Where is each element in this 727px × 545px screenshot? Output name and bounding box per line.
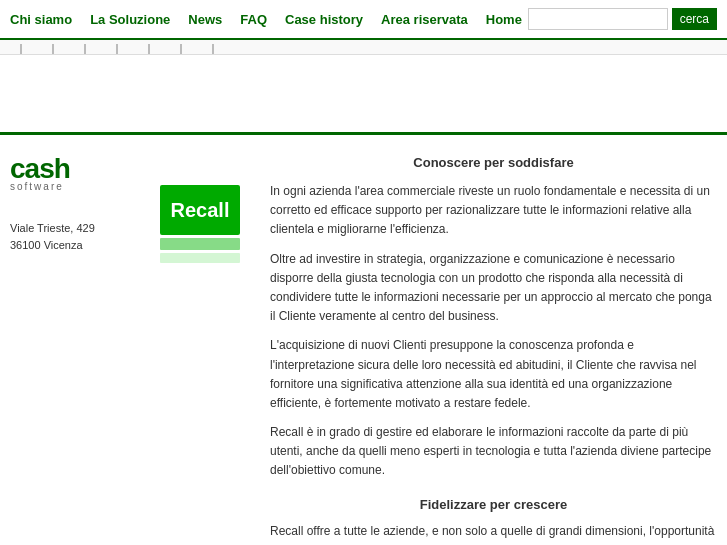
- section1-title: Conoscere per soddisfare: [270, 155, 717, 170]
- nav-case-history[interactable]: Case history: [285, 12, 363, 27]
- nav-area-riservata[interactable]: Area riservata: [381, 12, 468, 27]
- paragraph3: L'acquisizione di nuovi Clienti presuppo…: [270, 336, 717, 413]
- paragraph5: Recall offre a tutte le aziende, e non s…: [270, 522, 717, 545]
- section2-title: Fidelizzare per crescere: [270, 497, 717, 512]
- recall-label: Recall: [160, 185, 240, 235]
- main-content: cash software Viale Trieste, 429 36100 V…: [0, 135, 727, 545]
- tab-decorations: [0, 40, 727, 55]
- nav-home[interactable]: Home: [486, 12, 522, 27]
- top-navigation: Chi siamo La Soluzione News FAQ Case his…: [0, 0, 727, 40]
- paragraph1: In ogni azienda l'area commerciale rives…: [270, 182, 717, 240]
- paragraph2: Oltre ad investire in strategia, organiz…: [270, 250, 717, 327]
- content-area: Conoscere per soddisfare In ogni azienda…: [260, 155, 717, 545]
- recall-product-box: Recall: [160, 185, 240, 263]
- nav-news[interactable]: News: [188, 12, 222, 27]
- logo-area: cash software: [10, 155, 70, 192]
- nav-faq[interactable]: FAQ: [240, 12, 267, 27]
- recall-decoration-1: [160, 238, 240, 250]
- search-area: cerca: [528, 8, 717, 30]
- sidebar: cash software Viale Trieste, 429 36100 V…: [10, 155, 140, 545]
- address: Viale Trieste, 429 36100 Vicenza: [10, 220, 95, 253]
- logo-software: software: [10, 181, 64, 192]
- nav-chi-siamo[interactable]: Chi siamo: [10, 12, 72, 27]
- logo-cash: cash: [10, 155, 70, 183]
- paragraph4: Recall è in grado di gestire ed elaborar…: [270, 423, 717, 481]
- search-button[interactable]: cerca: [672, 8, 717, 30]
- search-input[interactable]: [528, 8, 668, 30]
- address-line2: 36100 Vicenza: [10, 237, 95, 254]
- banner-area: [0, 55, 727, 135]
- address-line1: Viale Trieste, 429: [10, 220, 95, 237]
- nav-links: Chi siamo La Soluzione News FAQ Case his…: [10, 12, 522, 27]
- nav-la-soluzione[interactable]: La Soluzione: [90, 12, 170, 27]
- recall-decoration-2: [160, 253, 240, 263]
